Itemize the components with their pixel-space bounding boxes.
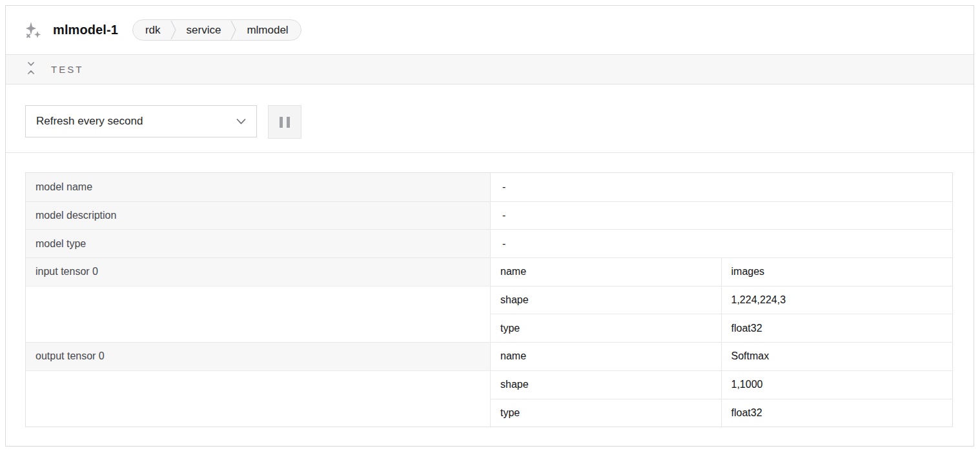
- tensor-attr-value: 1,1000: [722, 370, 953, 399]
- tensor-attr-value: float32: [722, 314, 953, 342]
- tensor-attr-key: name: [491, 342, 722, 370]
- table-row-value: -: [491, 229, 952, 257]
- test-controls-row: Refresh every second: [6, 85, 974, 153]
- breadcrumb-item-service: service: [177, 24, 231, 37]
- chevron-right-icon: [230, 19, 237, 41]
- chevron-right-icon: [170, 19, 177, 41]
- panel-header: mlmodel-1 rdk service mlmodel: [6, 6, 974, 55]
- tensor-attr-value: images: [722, 257, 953, 286]
- refresh-rate-select[interactable]: Refresh every second: [25, 105, 257, 137]
- table-row-value: -: [491, 173, 952, 201]
- table-row-label: model type: [26, 229, 491, 257]
- tensor-attr-value: 1,224,224,3: [722, 286, 953, 314]
- collapse-vertical-icon[interactable]: [26, 61, 36, 77]
- tensor-attr-value: float32: [722, 399, 953, 427]
- tensor-attr-key: type: [491, 399, 722, 427]
- table-row-value: -: [491, 201, 952, 230]
- tensor-attr-key: name: [491, 257, 722, 286]
- table-group-label: output tensor 0: [26, 342, 491, 427]
- tensor-attr-key: type: [491, 314, 722, 342]
- test-section-label: TEST: [51, 64, 83, 75]
- pause-refresh-button[interactable]: [268, 105, 301, 139]
- breadcrumb: rdk service mlmodel: [132, 19, 301, 41]
- breadcrumb-item-rdk: rdk: [136, 24, 170, 37]
- table-row-label: model name: [26, 173, 491, 201]
- pause-icon: [280, 117, 290, 128]
- table-group-label-chip: input tensor 0: [26, 258, 490, 287]
- breadcrumb-item-mlmodel: mlmodel: [237, 24, 298, 37]
- tensor-attr-key: shape: [491, 370, 722, 399]
- tensor-attr-key: shape: [491, 286, 722, 314]
- table-group-label: input tensor 0: [26, 257, 491, 342]
- model-info-table: model name - model description - model t…: [25, 172, 953, 427]
- table-group-label-chip: output tensor 0: [26, 343, 490, 371]
- test-section-toggle[interactable]: TEST: [6, 55, 974, 85]
- table-row-label: model description: [26, 201, 491, 230]
- refresh-rate-value: Refresh every second: [36, 115, 236, 128]
- page-title: mlmodel-1: [53, 23, 118, 37]
- tensor-attr-value: Softmax: [722, 342, 953, 370]
- service-panel: mlmodel-1 rdk service mlmodel TEST Refre…: [5, 5, 974, 447]
- test-section-body: model name - model description - model t…: [6, 153, 974, 446]
- chevron-down-icon: [236, 119, 246, 125]
- sparkles-icon: [22, 20, 43, 41]
